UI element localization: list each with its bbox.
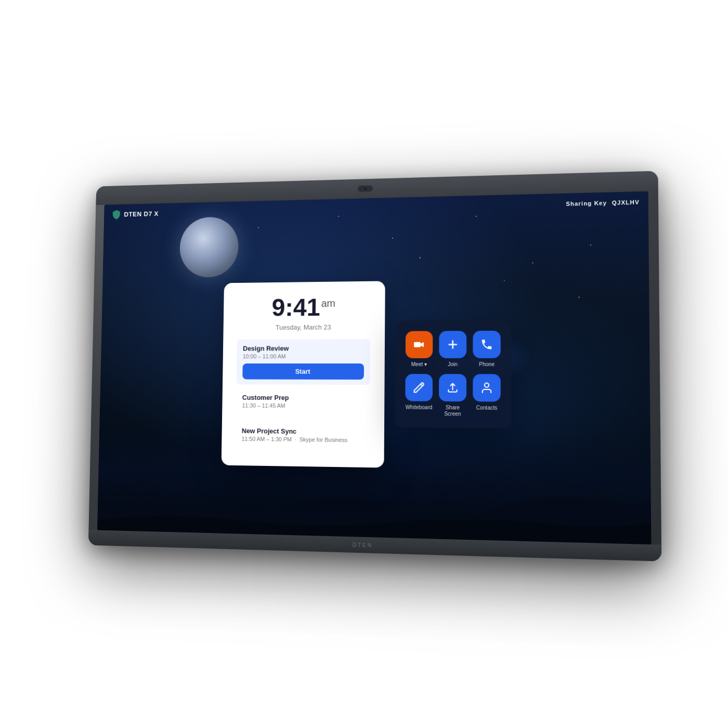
- sharing-key-area: Sharing Key QJXLHV: [566, 199, 640, 207]
- contacts-label: Contacts: [476, 405, 498, 411]
- pencil-icon: [413, 381, 425, 394]
- event-title-1: Design Review: [243, 344, 364, 352]
- content-area: 9:41am Tuesday, March 23 Design Review 1…: [122, 218, 623, 532]
- clock-calendar-card: 9:41am Tuesday, March 23 Design Review 1…: [222, 281, 385, 468]
- device-model-label: DTEN D7 X: [124, 210, 159, 218]
- sharing-key-value: QJXLHV: [612, 199, 640, 206]
- share-screen-label: Share Screen: [439, 405, 466, 418]
- meet-button[interactable]: [406, 331, 433, 358]
- time-display: 9:41am: [237, 294, 370, 322]
- video-icon: [413, 339, 425, 351]
- event-item-project-sync[interactable]: New Project Sync 11:50 AM – 1:30 PM · Sk…: [236, 422, 370, 453]
- join-label: Join: [448, 361, 458, 368]
- upload-icon: [446, 381, 459, 394]
- whiteboard-button[interactable]: [405, 374, 433, 401]
- event-item-design-review[interactable]: Design Review 10:00 – 11:00 AM Start: [237, 339, 371, 385]
- monitor-bezel: DTEN: [88, 171, 662, 562]
- action-phone[interactable]: Phone: [473, 331, 500, 368]
- actions-grid: Meet ▾ Join: [405, 331, 501, 418]
- screen: DTEN D7 X Sharing Key QJXLHV 9:41am: [97, 191, 651, 544]
- whiteboard-label: Whiteboard: [406, 405, 433, 411]
- person-icon: [480, 382, 493, 395]
- time-value: 9:41: [271, 294, 320, 321]
- clock-date: Tuesday, March 23: [237, 323, 370, 331]
- sharing-key-label: Sharing Key: [566, 200, 607, 207]
- meet-label: Meet ▾: [411, 361, 427, 367]
- monitor: DTEN: [88, 171, 662, 562]
- shield-icon: [112, 210, 122, 219]
- phone-label: Phone: [479, 361, 495, 368]
- event-time-2: 11:30 – 11:45 AM: [242, 402, 363, 409]
- join-button[interactable]: [439, 331, 466, 358]
- event-app-3: Skype for Business: [300, 436, 348, 443]
- clock-time: 9:41am: [237, 294, 370, 322]
- plus-icon: [446, 338, 459, 350]
- dten-logo: DTEN D7 X: [112, 209, 159, 219]
- event-time-3: 11:50 AM – 1:30 PM · Skype for Business: [242, 436, 363, 444]
- quick-actions-panel: Meet ▾ Join: [395, 320, 512, 428]
- share-screen-button[interactable]: [439, 374, 466, 401]
- action-whiteboard[interactable]: Whiteboard: [405, 374, 433, 417]
- action-join[interactable]: Join: [439, 331, 466, 368]
- bottom-brand-label: DTEN: [353, 542, 373, 548]
- action-contacts[interactable]: Contacts: [473, 374, 501, 418]
- time-ampm: am: [321, 297, 335, 309]
- event-time-1: 10:00 – 11:00 AM: [243, 353, 364, 359]
- event-item-customer-prep[interactable]: Customer Prep 11:30 – 11:45 AM: [236, 388, 370, 419]
- contacts-button[interactable]: [473, 374, 501, 401]
- event-title-3: New Project Sync: [242, 427, 363, 436]
- event-title-2: Customer Prep: [242, 394, 364, 402]
- phone-icon: [480, 338, 493, 350]
- camera-lens: [363, 187, 368, 191]
- phone-button[interactable]: [473, 331, 500, 358]
- start-meeting-button[interactable]: Start: [242, 363, 364, 380]
- action-share-screen[interactable]: Share Screen: [439, 374, 466, 418]
- action-meet[interactable]: Meet ▾: [406, 331, 433, 368]
- camera-bump: [358, 186, 373, 192]
